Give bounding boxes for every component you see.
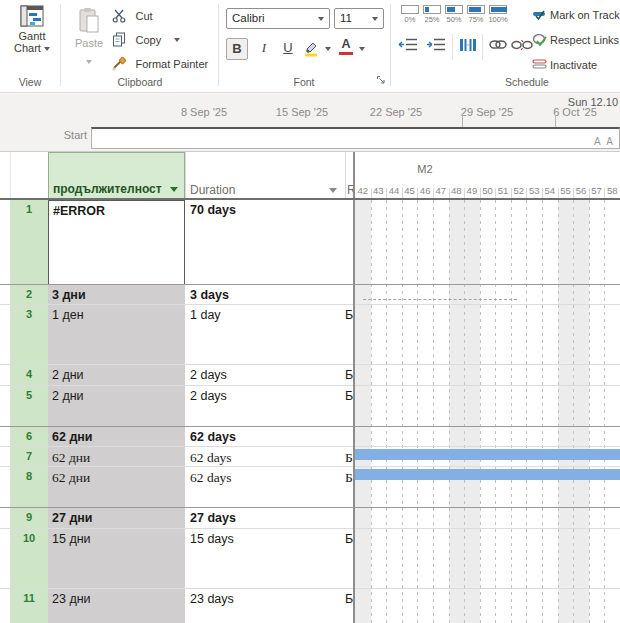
- cell-duration-bg[interactable]: 2 дни: [48, 365, 185, 386]
- cell-duration-bg[interactable]: 1 ден: [48, 305, 185, 365]
- font-color-swatch: [339, 52, 353, 55]
- ms-project-window: Gantt Chart View Paste Cut: [0, 0, 620, 623]
- cell-duration[interactable]: 3 days: [185, 285, 345, 305]
- font-size-combo[interactable]: 11: [334, 8, 384, 29]
- font-dialog-launcher[interactable]: [376, 75, 386, 85]
- chevron-down-icon: [44, 47, 50, 51]
- cell-duration-bg[interactable]: 2 дни: [48, 386, 185, 427]
- gantt-gridline: [449, 200, 450, 623]
- row-id-cell[interactable]: 5: [10, 386, 48, 427]
- cell-duration[interactable]: 62 days: [185, 447, 345, 467]
- italic-button[interactable]: I: [253, 38, 275, 60]
- underline-button[interactable]: U: [277, 38, 299, 60]
- percent-button-75[interactable]: 75%: [465, 5, 487, 27]
- cell-duration[interactable]: 2 days: [185, 386, 345, 427]
- chevron-down-icon[interactable]: [325, 47, 331, 51]
- link-tasks-button[interactable]: [488, 38, 508, 51]
- weekend-shading-band: [464, 200, 480, 623]
- row-id-cell[interactable]: 4: [10, 365, 48, 386]
- row-id-cell[interactable]: 1: [10, 200, 48, 285]
- filter-dropdown-icon[interactable]: [329, 188, 337, 193]
- button-separator: [452, 34, 453, 60]
- cell-duration-bg[interactable]: 3 дни: [48, 285, 185, 305]
- filter-dropdown-icon[interactable]: [170, 187, 178, 192]
- format-painter-icon: [112, 56, 127, 71]
- mark-on-track-icon: [532, 8, 547, 21]
- row-separator: [0, 385, 620, 386]
- gantt-task-bar-row-8[interactable]: [355, 469, 620, 480]
- table-row-3: 31 ден1 dayБр: [0, 305, 355, 365]
- row-separator: [0, 426, 620, 427]
- gantt-gridline: [573, 200, 574, 623]
- cell-duration-bg[interactable]: 62 дни: [48, 467, 185, 508]
- font-name-combo[interactable]: Calibri: [226, 8, 330, 29]
- mark-on-track-button[interactable]: Mark on Track: [550, 9, 620, 21]
- percent-button-100[interactable]: 100%: [487, 5, 509, 27]
- percent-icon: [423, 5, 441, 14]
- inactivate-button[interactable]: Inactivate: [550, 59, 597, 71]
- copy-button[interactable]: Copy: [112, 30, 180, 48]
- percent-icon: [401, 5, 419, 14]
- row-id-cell[interactable]: 9: [10, 508, 48, 529]
- timescale-date-label: 29 Sep '25: [439, 106, 535, 118]
- cell-duration[interactable]: 15 days: [185, 529, 345, 589]
- cell-duration[interactable]: 2 days: [185, 365, 345, 386]
- column-header-duration-bg[interactable]: продължителност: [48, 152, 185, 200]
- percent-label: 0%: [399, 15, 421, 24]
- chevron-down-icon[interactable]: [359, 47, 365, 51]
- font-color-button[interactable]: A: [338, 38, 354, 55]
- cell-duration-bg[interactable]: 62 дни: [48, 447, 185, 467]
- timescale-date-label: 22 Sep '25: [348, 106, 444, 118]
- cell-duration-bg[interactable]: 27 дни: [48, 508, 185, 529]
- cell-duration[interactable]: 62 days: [185, 427, 345, 447]
- highlight-color-button[interactable]: [303, 40, 320, 57]
- group-label-view: View: [0, 76, 60, 88]
- gantt-gridline: [589, 200, 590, 623]
- row-id-cell[interactable]: 11: [10, 589, 48, 623]
- row-id-cell[interactable]: 7: [10, 447, 48, 467]
- split-task-button[interactable]: [458, 37, 478, 53]
- indent-icon: [426, 37, 446, 52]
- indent-task-button[interactable]: [426, 37, 446, 52]
- bold-button[interactable]: B: [226, 38, 248, 60]
- link-tasks-icon: [488, 38, 508, 51]
- paste-button[interactable]: Paste: [68, 7, 110, 70]
- table-row-1: 1#ERROR70 days: [0, 200, 355, 285]
- row-separator: [0, 588, 620, 589]
- format-painter-button[interactable]: Format Painter: [112, 54, 208, 72]
- gantt-chart-view-button[interactable]: Gantt Chart: [8, 5, 56, 54]
- row-id-cell[interactable]: 2: [10, 285, 48, 305]
- cell-duration-bg[interactable]: #ERROR: [48, 200, 185, 285]
- row-id-cell[interactable]: 8: [10, 467, 48, 508]
- row-id-cell[interactable]: 6: [10, 427, 48, 447]
- respect-links-button[interactable]: Respect Links: [550, 34, 619, 46]
- row-margin: [0, 447, 10, 467]
- percent-button-50[interactable]: 50%: [443, 5, 465, 27]
- gantt-chart-label-line1: Gantt: [8, 30, 56, 42]
- cell-duration[interactable]: 70 days: [185, 200, 345, 285]
- percent-button-25[interactable]: 25%: [421, 5, 443, 27]
- chevron-down-icon: [174, 38, 180, 42]
- cell-duration-bg[interactable]: 15 дни: [48, 529, 185, 589]
- table-row-7: 762 дни62 daysБр: [0, 447, 355, 467]
- row-id-cell[interactable]: 3: [10, 305, 48, 365]
- cell-duration-bg[interactable]: 62 дни: [48, 427, 185, 447]
- outdent-task-button[interactable]: [398, 37, 418, 52]
- column-header-resource[interactable]: Re: [345, 152, 353, 200]
- unlink-tasks-button[interactable]: [511, 38, 533, 52]
- cell-duration[interactable]: 62 days: [185, 467, 345, 508]
- header-bottom-border: [0, 198, 620, 200]
- row-id-cell[interactable]: 10: [10, 529, 48, 589]
- percent-button-0[interactable]: 0%: [399, 5, 421, 27]
- timeline-right-marker: A A: [594, 136, 615, 147]
- gantt-task-bar-row-7[interactable]: [355, 449, 620, 460]
- table-gantt-splitter[interactable]: [353, 152, 355, 623]
- cell-duration[interactable]: 1 day: [185, 305, 345, 365]
- column-header-duration[interactable]: Duration: [185, 152, 345, 200]
- cell-duration[interactable]: 27 days: [185, 508, 345, 529]
- timeline-bar[interactable]: A A: [91, 127, 620, 149]
- timeline-start-label: Start: [0, 129, 87, 141]
- cell-duration-bg[interactable]: 23 дни: [48, 589, 185, 623]
- cut-button[interactable]: Cut: [112, 6, 153, 24]
- cell-duration[interactable]: 23 days: [185, 589, 345, 623]
